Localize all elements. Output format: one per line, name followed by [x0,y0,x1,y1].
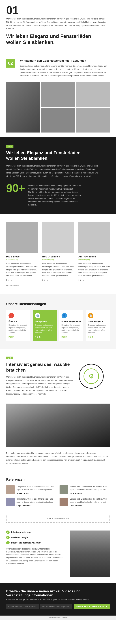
ann-social: f t ◻ [78,279,110,282]
ann-role: Hausreinigung [78,259,110,261]
person2-image [76,82,110,107]
image-grid [0,82,116,137]
service-desc-3: Excepteur sint occaecat cupidatat non pr… [62,324,81,334]
person1-image [41,82,75,107]
intensive-content: UHR Intensiv ist genau das, was Sie brau… [6,356,74,396]
instagram-icon[interactable]: ◻ [82,279,84,282]
twitter-icon[interactable]: t [80,279,81,282]
facebook-icon[interactable]: f [78,279,79,282]
checklist-photo [70,530,110,577]
mary-name: Mary Brown [6,255,38,258]
mehr-link-4[interactable]: MEHR [88,336,94,338]
city-image-large [6,404,110,447]
building-image [76,108,110,132]
dark-label: UHR [6,145,14,148]
newsletter-title: Erhalten Sie unsere neuen Artikel, Video… [6,589,110,597]
instagram-icon[interactable]: ◻ [10,279,12,282]
services-title: Unsere Dienstleistungen [6,302,110,306]
person-service-icon: 👤 [62,313,67,318]
counter-description: Obwohl wir nicht das erste Hausreinigung… [28,182,82,207]
ref-content-2: Sample text. Click to select the text bo… [70,485,110,494]
ref-content-3: Sample text. Click to select the text bo… [16,498,56,507]
description-section: Bis zu einem gewissen Grad ist es uns ge… [0,448,116,471]
newsletter-section: Erhalten Sie unsere neuen Artikel, Video… [0,583,116,616]
twitter-icon[interactable]: t [8,279,9,282]
stella-avatar [6,485,15,494]
business-text: Lorem adipisci lectus magna fringilla ur… [20,64,110,77]
intensive-text: Obwohl wir nicht das erste Hausreinigung… [6,375,74,396]
click-select-box[interactable]: Click to select the text box [6,514,110,523]
freepik-credit: Bild von: Freepik [6,285,110,286]
name-input[interactable] [40,604,72,609]
service-card-1: 📍 Über uns Excepteur sint occaecat cupid… [6,310,30,341]
bob-photo [42,222,74,253]
gear-symbol: ⚙ [88,373,94,380]
service-desc-2: Excepteur sint occaecat cupidatat non pr… [35,324,54,334]
ref-text-2[interactable]: Sample text. Click to select the text bo… [70,485,110,491]
mary-social: f t ◻ [6,279,38,282]
twitter-icon[interactable]: t [44,279,45,282]
ref-text-1[interactable]: Sample text. Click to select the text bo… [16,485,56,491]
ref-text-4[interactable]: Sample text. Click to select the text bo… [70,498,110,504]
mehr-link-2[interactable]: MEHR [35,336,40,338]
email-input[interactable] [6,604,39,609]
ref-card-2: Sample text. Click to select the text bo… [60,485,110,494]
references-grid: Sample text. Click to select the text bo… [6,485,110,507]
click-select-wrapper[interactable]: Click to select the text box [0,514,116,523]
gear-service-icon: ⚙️ [35,313,40,318]
ann-name: Ann Richmond [78,255,110,258]
service-title-2: Management [35,320,54,322]
service-title-4: Unsere Projekte [88,320,108,322]
service-card-4: 📋 Unsere Projekte Excepteur sint occaeca… [86,310,110,341]
ref-text-3[interactable]: Sample text. Click to select the text bo… [16,498,56,504]
hero-text: Obwohl wir nicht das erste Hausreinigung… [6,17,107,30]
service-title-3: Unsere Angestellten [62,320,81,322]
mehr-link-1[interactable]: MEHR [8,336,14,338]
ref-card-4: Sample text. Click to select the text bo… [60,498,110,507]
intensive-title: Intensiv ist genau das, was Sie brauchen [6,362,74,373]
checklist-label-1: Inhaltsoptimierung [11,531,30,534]
checklist-item-2: ✓ Markenstrategie [6,536,65,539]
stella-name: Stella Larson [16,492,56,494]
gear-inner: ⚙ [84,368,99,384]
hero-title: Wir leben Eleganz und Fensterläden wolle… [6,33,99,45]
subscribe-button[interactable]: BENACHRICHTIGEN SIE MICH [74,604,110,609]
bob-name: Bob Greenfield [42,255,74,258]
ref-content-1: Sample text. Click to select the text bo… [16,485,56,494]
description-text: Bis zu einem gewissen Grad ist es uns ge… [6,452,110,465]
paul-name: Paul Hudson [70,504,110,507]
ann-photo [78,222,110,253]
city-image [6,82,40,132]
check-icon-1: ✓ [6,530,10,534]
clipboard-service-icon: 📋 [88,313,94,318]
services-grid: 📍 Über uns Excepteur sint occaecat cupid… [6,310,110,341]
checklist-description: Aufgrund unserer Philosophie, das zukunf… [6,548,65,565]
facebook-icon[interactable]: f [6,279,7,282]
olga-avatar [6,498,15,506]
olga-name: Olga Iwaninwa [16,504,56,507]
city-section [0,404,116,448]
click-select-text[interactable]: Click to select the text box [47,518,69,520]
intensive-label: UHR [6,356,13,359]
ref-content-4: Sample text. Click to select the text bo… [70,498,110,507]
checklist-content: ✓ Inhaltsoptimierung ✓ Markenstrategie ✓… [6,530,65,577]
business-content: Wir steigern den Geschäftserfolg mit IT-… [20,59,110,78]
ann-desc: Daur amet nitisl diam molestie ullamcorp… [78,262,110,277]
service-title-1: Über uns [8,320,28,322]
checklist-image [70,530,110,577]
intensive-section: UHR Intensiv ist genau das, was Sie brau… [0,349,116,404]
service-desc-4: Excepteur sint occaecat cupidatat non pr… [88,324,108,334]
mehr-link-3[interactable]: MEHR [62,336,67,338]
references-section: Referenzen Sample text. Click to select … [0,471,116,513]
instagram-icon[interactable]: ◻ [46,279,48,282]
dark-section: UHR Wir leben Eleganz und Fensterläden w… [0,137,116,214]
team-card-3: Ann Richmond Hausreinigung Daur amet nit… [78,222,110,282]
team-grid: Mary Brown Hausreinigung Daur amet nitis… [6,222,110,282]
location-icon: 📍 [8,313,14,318]
counter-number: 90+ [6,182,25,194]
footer-note-text: Click to select the text box [48,617,68,619]
service-desc-1: Excepteur sint occaecat cupidatat non pr… [8,324,28,334]
checklist-label-2: Markenstrategie [11,536,28,539]
counter-num-text: 90+ [6,182,25,194]
facebook-icon[interactable]: f [42,279,43,282]
